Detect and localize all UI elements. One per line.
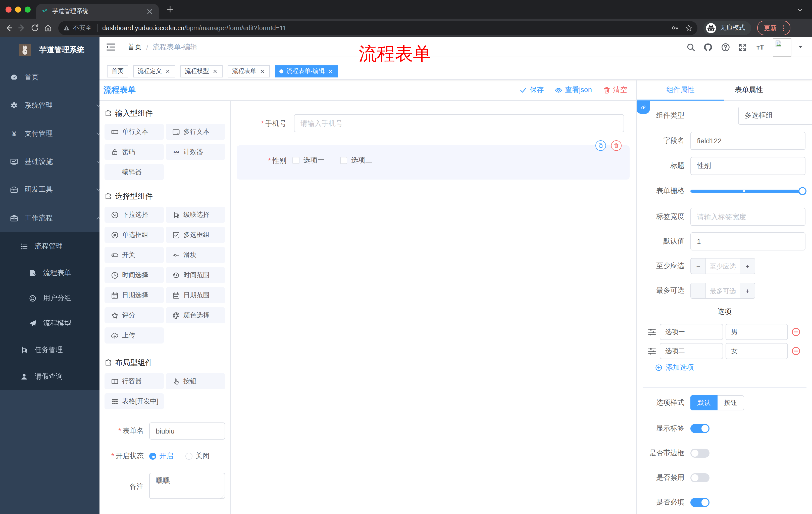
tag-close-icon[interactable] bbox=[165, 68, 171, 74]
home-icon[interactable] bbox=[44, 24, 52, 32]
reload-icon[interactable] bbox=[31, 24, 39, 32]
label-width-input[interactable] bbox=[690, 208, 806, 226]
palette-item-上传[interactable]: 上传 bbox=[105, 327, 164, 344]
tag-close-icon[interactable] bbox=[212, 68, 218, 74]
sidebar-item-支付管理[interactable]: ¥支付管理 bbox=[0, 124, 110, 144]
toggle-是否必填[interactable] bbox=[690, 498, 709, 507]
avatar[interactable] bbox=[773, 38, 791, 57]
password-key-icon[interactable] bbox=[671, 24, 679, 32]
status-off-radio[interactable]: 关闭 bbox=[185, 452, 209, 461]
option-value-input[interactable] bbox=[726, 343, 788, 359]
tag-首页[interactable]: 首页 bbox=[107, 65, 128, 77]
option-label-input[interactable] bbox=[660, 343, 723, 359]
view-json-button[interactable]: 查看json bbox=[555, 85, 592, 94]
tab-form-props[interactable]: 表单属性 bbox=[724, 80, 812, 101]
palette-item-颜色选择[interactable]: 颜色选择 bbox=[166, 307, 225, 323]
min-select-input[interactable] bbox=[706, 259, 740, 274]
option-drag-handle[interactable] bbox=[648, 347, 656, 356]
toggle-显示标签[interactable] bbox=[690, 424, 709, 433]
slider-handle[interactable] bbox=[799, 187, 807, 195]
default-value-input[interactable] bbox=[690, 232, 806, 250]
font-size-icon[interactable]: TT bbox=[755, 43, 764, 52]
palette-item-滑块[interactable]: 滑块 bbox=[166, 247, 225, 263]
sidebar-logo[interactable]: 芋道管理系统 bbox=[0, 37, 99, 62]
form-name-input[interactable] bbox=[149, 423, 225, 439]
palette-item-多选框组[interactable]: 多选框组 bbox=[166, 227, 225, 243]
style-default-button[interactable]: 默认 bbox=[690, 395, 718, 410]
palette-item-密码[interactable]: 密码 bbox=[105, 144, 164, 160]
address-bar[interactable]: 不安全 dashboard.yudao.iocoder.cn/bpm/manag… bbox=[58, 21, 697, 35]
palette-item-日期选择[interactable]: 日期选择 bbox=[105, 287, 164, 303]
palette-item-表格[开发中][interactable]: 表格[开发中] bbox=[105, 393, 164, 409]
style-button-button[interactable]: 按钮 bbox=[718, 395, 744, 410]
sidebar-item-研发工具[interactable]: 研发工具 bbox=[0, 180, 110, 200]
sidebar-item-基础设施[interactable]: 基础设施 bbox=[0, 152, 110, 172]
toggle-是否带边框[interactable] bbox=[690, 449, 709, 458]
back-icon[interactable] bbox=[4, 24, 13, 32]
status-on-radio[interactable]: 开启 bbox=[149, 452, 173, 461]
tag-流程定义[interactable]: 流程定义 bbox=[133, 65, 175, 77]
slider-track[interactable] bbox=[690, 190, 806, 193]
tab-close-icon[interactable] bbox=[146, 7, 154, 15]
gender-option-2-checkbox[interactable]: 选项二 bbox=[340, 156, 372, 165]
palette-item-单选框组[interactable]: 单选框组 bbox=[105, 227, 164, 243]
palette-item-下拉选择[interactable]: 下拉选择 bbox=[105, 207, 164, 223]
option-value-input[interactable] bbox=[726, 324, 788, 340]
remove-option-button[interactable] bbox=[791, 347, 801, 356]
copy-component-button[interactable] bbox=[596, 140, 606, 151]
palette-item-单行文本[interactable]: 单行文本 bbox=[105, 124, 164, 140]
palette-item-计数器[interactable]: 123计数器 bbox=[166, 144, 225, 160]
forward-icon[interactable] bbox=[18, 24, 26, 32]
minus-icon[interactable]: − bbox=[691, 259, 706, 274]
plus-icon[interactable]: + bbox=[740, 283, 755, 298]
toggle-是否禁用[interactable] bbox=[690, 473, 709, 482]
phone-field-input[interactable] bbox=[294, 114, 624, 132]
component-type-select[interactable] bbox=[738, 107, 812, 125]
palette-item-时间范围[interactable]: 时间范围 bbox=[166, 267, 225, 283]
zoom-window-button[interactable] bbox=[25, 6, 31, 12]
palette-item-评分[interactable]: 评分 bbox=[105, 307, 164, 323]
close-window-button[interactable] bbox=[5, 6, 11, 12]
option-drag-handle[interactable] bbox=[648, 328, 656, 336]
avatar-caret-icon[interactable] bbox=[798, 45, 803, 49]
palette-item-开关[interactable]: 开关 bbox=[105, 247, 164, 263]
minus-icon[interactable]: − bbox=[691, 283, 706, 298]
breadcrumb-home[interactable]: 首页 bbox=[127, 43, 142, 52]
palette-item-编辑器[interactable]: 编辑器 bbox=[105, 164, 164, 180]
tag-流程表单-编辑[interactable]: 流程表单-编辑 bbox=[275, 65, 338, 77]
tab-component-props[interactable]: 组件属性 bbox=[637, 80, 724, 101]
plus-icon[interactable]: + bbox=[740, 259, 755, 274]
search-icon[interactable] bbox=[686, 43, 695, 52]
sidebar-item-系统管理[interactable]: 系统管理 bbox=[0, 96, 110, 116]
add-option-button[interactable]: 添加选项 bbox=[655, 362, 694, 373]
palette-item-多行文本[interactable]: 多行文本 bbox=[166, 124, 225, 140]
palette-item-时间选择[interactable]: 时间选择 bbox=[105, 267, 164, 283]
github-icon[interactable] bbox=[703, 43, 713, 52]
palette-item-行容器[interactable]: 行容器 bbox=[105, 373, 164, 389]
max-select-input[interactable] bbox=[706, 283, 740, 298]
palette-item-日期范围[interactable]: 日期范围 bbox=[166, 287, 225, 303]
hamburger-icon[interactable] bbox=[106, 42, 116, 52]
browser-tab[interactable]: 芋道管理系统 bbox=[36, 4, 159, 19]
title-input[interactable] bbox=[690, 157, 806, 175]
browser-update-button[interactable]: 更新 bbox=[757, 21, 790, 35]
new-tab-button[interactable] bbox=[166, 5, 174, 13]
save-button[interactable]: 保存 bbox=[520, 85, 544, 94]
tag-close-icon[interactable] bbox=[328, 68, 334, 74]
option-label-input[interactable] bbox=[660, 324, 723, 340]
field-name-input[interactable] bbox=[690, 132, 806, 150]
delete-component-button[interactable] bbox=[611, 140, 621, 151]
tag-流程模型[interactable]: 流程模型 bbox=[180, 65, 223, 77]
tab-search-chevron-icon[interactable] bbox=[797, 7, 803, 13]
gender-option-1-checkbox[interactable]: 选项一 bbox=[292, 156, 325, 165]
sidebar-item-工作流程[interactable]: 工作流程 bbox=[0, 208, 110, 228]
fullscreen-icon[interactable] bbox=[738, 43, 747, 52]
browser-menu-icon[interactable] bbox=[780, 24, 787, 31]
clear-button[interactable]: 清空 bbox=[603, 85, 627, 94]
remove-option-button[interactable] bbox=[791, 327, 801, 336]
tag-close-icon[interactable] bbox=[259, 68, 265, 74]
palette-item-按钮[interactable]: 按钮 bbox=[166, 373, 225, 389]
bookmark-star-icon[interactable] bbox=[685, 24, 692, 32]
tag-流程表单[interactable]: 流程表单 bbox=[228, 65, 270, 77]
palette-item-级联选择[interactable]: 级联选择 bbox=[166, 207, 225, 223]
